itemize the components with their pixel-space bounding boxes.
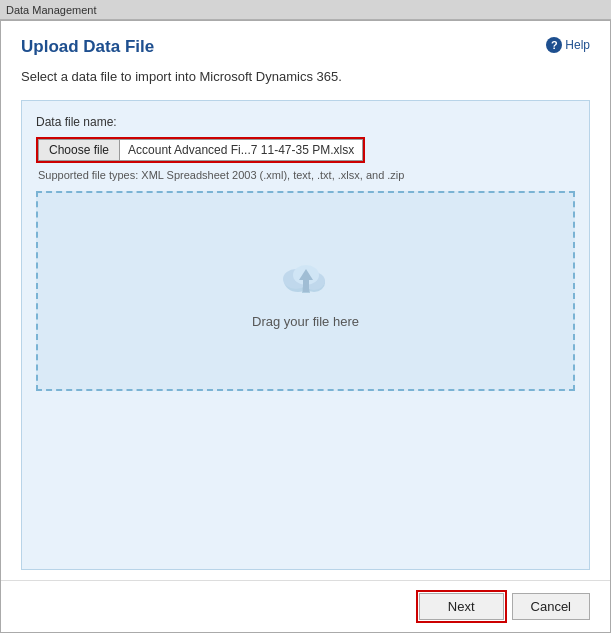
help-icon: ? bbox=[546, 37, 562, 53]
dialog-title: Upload Data File bbox=[21, 37, 154, 57]
supported-types-text: Supported file types: XML Spreadsheet 20… bbox=[36, 169, 575, 181]
dialog-subtitle: Select a data file to import into Micros… bbox=[1, 65, 610, 100]
title-bar: Data Management bbox=[0, 0, 611, 20]
dialog-body: Data file name: Choose file Account Adva… bbox=[1, 100, 610, 580]
dialog-footer: Next Cancel bbox=[1, 580, 610, 632]
help-link[interactable]: ? Help bbox=[546, 37, 590, 53]
drop-zone[interactable]: Drag your file here bbox=[36, 191, 575, 391]
dialog-header: Upload Data File ? Help bbox=[1, 21, 610, 65]
dialog-container: Upload Data File ? Help Select a data fi… bbox=[0, 20, 611, 633]
file-name-label: Data file name: bbox=[36, 115, 575, 129]
title-bar-text: Data Management bbox=[6, 4, 97, 16]
cancel-button[interactable]: Cancel bbox=[512, 593, 590, 620]
next-button[interactable]: Next bbox=[419, 593, 504, 620]
file-section: Data file name: Choose file Account Adva… bbox=[21, 100, 590, 570]
choose-file-button[interactable]: Choose file bbox=[38, 139, 120, 161]
help-label: Help bbox=[565, 38, 590, 52]
file-name-display: Account Advanced Fi...7 11-47-35 PM.xlsx bbox=[120, 139, 363, 161]
drop-zone-text: Drag your file here bbox=[252, 314, 359, 329]
svg-rect-8 bbox=[303, 279, 309, 292]
file-input-row: Choose file Account Advanced Fi...7 11-4… bbox=[36, 137, 365, 163]
cloud-upload-icon bbox=[276, 253, 336, 306]
